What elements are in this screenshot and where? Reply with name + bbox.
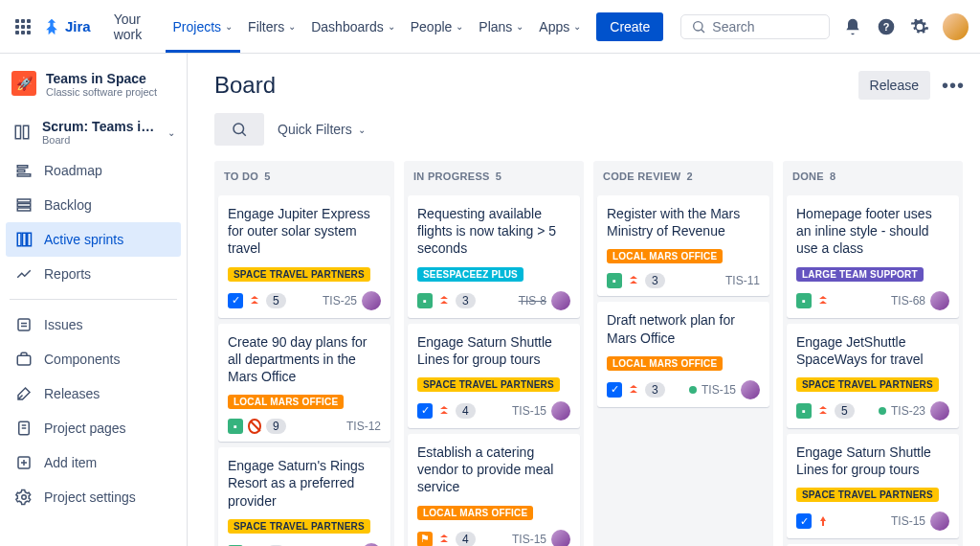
reports-icon bbox=[13, 263, 34, 284]
priority-icon bbox=[248, 420, 261, 433]
card-title: Establish a catering vendor to provide m… bbox=[417, 444, 570, 496]
svg-rect-13 bbox=[23, 233, 27, 246]
sidebar-item-reports[interactable]: Reports bbox=[6, 257, 181, 291]
priority-icon bbox=[248, 294, 261, 307]
svg-rect-11 bbox=[17, 208, 31, 211]
issue-card[interactable]: Register with the Mars Ministry of Reven… bbox=[597, 195, 769, 296]
card-tag: LOCAL MARS OFFICE bbox=[228, 395, 344, 409]
quick-filters-dropdown[interactable]: Quick Filters ⌄ bbox=[278, 122, 366, 137]
column-header: DONE8 bbox=[783, 161, 963, 192]
svg-point-26 bbox=[234, 124, 244, 134]
chevron-down-icon: ⌄ bbox=[358, 125, 366, 135]
kanban-board: TO DO5Engage Jupiter Express for outer s… bbox=[214, 161, 972, 546]
priority-icon bbox=[437, 294, 451, 307]
nav-people[interactable]: People⌄ bbox=[403, 1, 472, 53]
main-content: Board Release ••• Quick Filters ⌄ TO DO5… bbox=[188, 54, 980, 546]
card-title: Requesting available flights is now taki… bbox=[417, 205, 570, 258]
column-to-do: TO DO5Engage Jupiter Express for outer s… bbox=[214, 161, 394, 546]
nav-projects[interactable]: Projects⌄ bbox=[166, 1, 241, 53]
sidebar-item-components[interactable]: Components bbox=[6, 342, 181, 376]
card-tag: SPACE TRAVEL PARTNERS bbox=[228, 519, 370, 534]
issue-key: TIS-12 bbox=[346, 420, 381, 433]
issue-type-icon: ⚑ bbox=[417, 532, 433, 547]
issue-type-icon: ▪ bbox=[607, 273, 622, 288]
sidebar-item-project-settings[interactable]: Project settings bbox=[6, 480, 181, 514]
assignee-avatar[interactable] bbox=[930, 512, 949, 531]
sidebar-item-issues[interactable]: Issues bbox=[6, 307, 181, 342]
issue-type-icon: ▪ bbox=[228, 419, 243, 434]
assignee-avatar[interactable] bbox=[551, 530, 570, 547]
project-switcher[interactable]: 🚀 Teams in Space Classic software projec… bbox=[6, 71, 181, 111]
sidebar-item-active-sprints[interactable]: Active sprints bbox=[6, 222, 181, 257]
issue-card[interactable]: Engage JetShuttle SpaceWays for travelSP… bbox=[787, 324, 959, 428]
release-button[interactable]: Release bbox=[858, 71, 930, 100]
issue-key: TIS-23 bbox=[891, 404, 925, 418]
nav-apps[interactable]: Apps⌄ bbox=[531, 1, 589, 53]
nav-your-work[interactable]: Your work bbox=[106, 1, 166, 53]
jira-logo[interactable]: Jira bbox=[42, 17, 91, 36]
issue-key: TIS-15 bbox=[702, 383, 736, 397]
project-name: Teams in Space bbox=[46, 71, 157, 86]
notifications-icon[interactable] bbox=[841, 15, 863, 38]
issue-card[interactable]: Engage Saturn Shuttle Lines for group to… bbox=[408, 324, 580, 428]
nav-filters[interactable]: Filters⌄ bbox=[240, 1, 303, 53]
card-title: Engage Saturn Shuttle Lines for group to… bbox=[417, 333, 570, 368]
chevron-down-icon: ⌄ bbox=[388, 21, 395, 32]
sidebar-item-backlog[interactable]: Backlog bbox=[6, 188, 181, 222]
nav-plans[interactable]: Plans⌄ bbox=[471, 1, 531, 53]
svg-rect-10 bbox=[17, 204, 31, 207]
issue-type-icon: ✓ bbox=[796, 513, 812, 529]
assignee-avatar[interactable] bbox=[551, 401, 570, 421]
column-header: IN PROGRESS5 bbox=[404, 161, 584, 192]
estimate-badge: 4 bbox=[456, 532, 476, 547]
svg-rect-8 bbox=[17, 174, 31, 176]
svg-rect-12 bbox=[17, 233, 21, 246]
backlog-icon bbox=[13, 194, 34, 216]
user-avatar[interactable] bbox=[943, 13, 969, 40]
estimate-badge: 5 bbox=[835, 403, 855, 419]
help-icon[interactable]: ? bbox=[875, 15, 897, 38]
sidebar-item-project-pages[interactable]: Project pages bbox=[6, 411, 181, 445]
more-actions-icon[interactable]: ••• bbox=[942, 75, 965, 97]
sidebar-item-add-item[interactable]: Add item bbox=[6, 445, 181, 480]
chevron-down-icon: ⌄ bbox=[516, 21, 523, 32]
issue-card[interactable]: Engage Saturn Shuttle Lines for group to… bbox=[787, 434, 959, 538]
column-done: DONE8Homepage footer uses an inline styl… bbox=[783, 161, 963, 546]
pages-icon bbox=[13, 418, 34, 439]
issue-type-icon: ▪ bbox=[796, 403, 812, 419]
issue-card[interactable]: Draft network plan for Mars OfficeLOCAL … bbox=[597, 302, 769, 406]
priority-icon bbox=[437, 404, 451, 418]
assignee-avatar[interactable] bbox=[551, 291, 570, 310]
svg-line-27 bbox=[242, 132, 246, 136]
components-icon bbox=[13, 349, 34, 370]
sidebar: 🚀 Teams in Space Classic software projec… bbox=[0, 54, 188, 546]
estimate-badge: 5 bbox=[266, 293, 286, 308]
assignee-avatar[interactable] bbox=[930, 291, 949, 310]
sidebar-item-roadmap[interactable]: Roadmap bbox=[6, 153, 181, 188]
assignee-avatar[interactable] bbox=[930, 401, 949, 421]
nav-dashboards[interactable]: Dashboards⌄ bbox=[303, 1, 403, 53]
sidebar-item-releases[interactable]: Releases bbox=[6, 376, 181, 411]
issue-card[interactable]: Homepage footer uses an inline style - s… bbox=[787, 195, 959, 318]
create-button[interactable]: Create bbox=[596, 12, 663, 41]
card-tag: SPACE TRAVEL PARTNERS bbox=[417, 377, 560, 392]
issue-card[interactable]: Engage Saturn's Rings Resort as a prefer… bbox=[218, 447, 390, 546]
svg-rect-7 bbox=[17, 170, 25, 171]
column-header: TO DO5 bbox=[214, 161, 394, 192]
assignee-avatar[interactable] bbox=[362, 291, 381, 310]
priority-icon bbox=[627, 274, 640, 287]
card-title: Homepage footer uses an inline style - s… bbox=[796, 205, 949, 258]
search-input[interactable]: Search bbox=[680, 14, 830, 39]
issue-card[interactable]: Requesting available flights is now taki… bbox=[408, 195, 580, 318]
board-search-button[interactable] bbox=[214, 113, 264, 146]
assignee-avatar[interactable] bbox=[741, 380, 760, 399]
issue-card[interactable]: Engage Jupiter Express for outer solar s… bbox=[218, 195, 390, 318]
svg-rect-14 bbox=[28, 233, 32, 246]
issue-card[interactable]: Create 90 day plans for all departments … bbox=[218, 324, 390, 443]
settings-icon[interactable] bbox=[909, 15, 931, 38]
priority-icon bbox=[816, 514, 830, 528]
board-switcher[interactable]: Scrum: Teams in S... Board ⌄ bbox=[6, 111, 181, 153]
issue-card[interactable]: Establish a catering vendor to provide m… bbox=[408, 434, 580, 546]
status-dot bbox=[879, 407, 886, 415]
app-switcher-icon[interactable] bbox=[11, 15, 34, 38]
